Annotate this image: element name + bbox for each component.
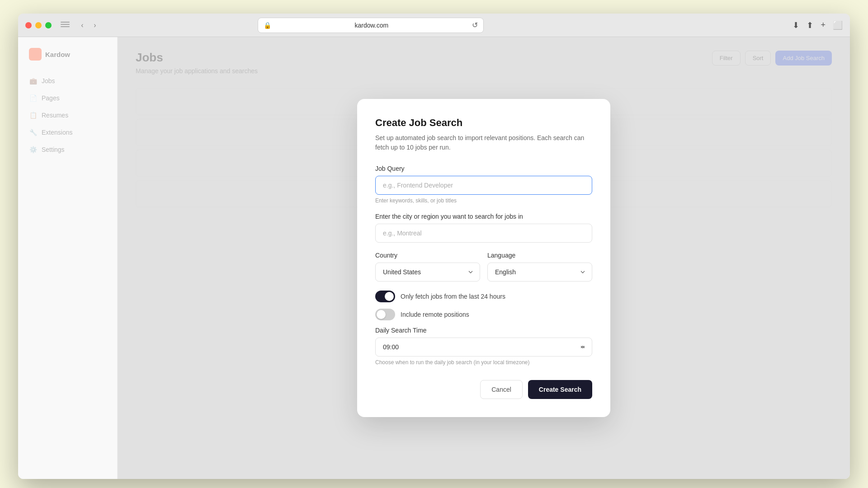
job-query-hint: Enter keywords, skills, or job titles (375, 197, 592, 204)
sidebar-toggle-icon[interactable] (61, 22, 70, 29)
daily-search-time-group: Daily Search Time 00:0001:0002:00 03:000… (375, 327, 592, 366)
minimize-button[interactable] (35, 22, 42, 28)
share-icon[interactable]: ⬆ (807, 20, 813, 30)
country-select[interactable]: United States Canada United Kingdom Aust… (375, 263, 480, 282)
jobs-icon: 💼 (29, 77, 37, 85)
toggle-24h[interactable] (375, 291, 395, 302)
address-bar[interactable]: 🔒 kardow.com ↺ (258, 18, 484, 33)
toggle-remote[interactable] (375, 309, 395, 320)
sidebar-item-pages-label: Pages (42, 94, 60, 102)
toolbar-right: ⬇ ⬆ + ⬜ (793, 20, 843, 30)
sidebar-item-jobs-label: Jobs (42, 77, 55, 84)
sidebar-item-extensions[interactable]: 🔧 Extensions (24, 125, 112, 140)
lock-icon: 🔒 (264, 22, 271, 29)
location-group: Enter the city or region you want to sea… (375, 213, 592, 243)
logo-icon (29, 48, 42, 61)
country-col: Country United States Canada United King… (375, 252, 480, 282)
country-language-row: Country United States Canada United King… (375, 252, 592, 282)
browser-window: ‹ › 🔒 kardow.com ↺ ⬇ ⬆ + ⬜ Kardow 💼 Jobs (18, 14, 850, 479)
sidebar-item-resumes[interactable]: 📋 Resumes (24, 108, 112, 123)
daily-search-time-select[interactable]: 00:0001:0002:00 03:0004:0005:00 06:0007:… (375, 338, 592, 357)
create-search-button[interactable]: Create Search (528, 380, 592, 399)
cancel-button[interactable]: Cancel (480, 380, 523, 399)
pages-icon: 📄 (29, 94, 37, 102)
forward-button[interactable]: › (90, 20, 100, 31)
maximize-button[interactable] (45, 22, 52, 28)
language-label: Language (487, 252, 592, 259)
create-job-search-modal: Create Job Search Set up automated job s… (357, 99, 610, 417)
resumes-icon: 📋 (29, 111, 37, 119)
modal-footer: Cancel Create Search (375, 380, 592, 399)
toggle-remote-label: Include remote positions (401, 311, 469, 318)
sidebar-logo: Kardow (24, 44, 112, 64)
sidebar-item-resumes-label: Resumes (42, 112, 68, 119)
toggle-24h-label: Only fetch jobs from the last 24 hours (401, 293, 505, 300)
sidebar-item-jobs[interactable]: 💼 Jobs (24, 73, 112, 89)
new-tab-icon[interactable]: + (821, 20, 826, 30)
daily-search-time-hint: Choose when to run the daily job search … (375, 359, 592, 366)
sidebar-item-settings-label: Settings (42, 146, 65, 153)
location-label: Enter the city or region you want to sea… (375, 213, 592, 220)
job-query-label: Job Query (375, 165, 592, 172)
traffic-lights (25, 22, 52, 28)
modal-description: Set up automated job search to import re… (375, 133, 592, 152)
job-query-input[interactable] (375, 176, 592, 195)
country-label: Country (375, 252, 480, 259)
sidebar: Kardow 💼 Jobs 📄 Pages 📋 Resumes 🔧 Extens… (18, 37, 118, 479)
sidebar-item-extensions-label: Extensions (42, 129, 72, 136)
download-icon[interactable]: ⬇ (793, 20, 799, 30)
modal-overlay: Create Job Search Set up automated job s… (118, 37, 850, 479)
main-content: Jobs Manage your job applications and se… (118, 37, 850, 479)
toggle-24h-row: Only fetch jobs from the last 24 hours (375, 291, 592, 302)
url-text: kardow.com (275, 22, 468, 29)
sidebar-item-pages[interactable]: 📄 Pages (24, 90, 112, 106)
browser-toolbar: ‹ › 🔒 kardow.com ↺ ⬇ ⬆ + ⬜ (18, 14, 850, 37)
daily-search-time-label: Daily Search Time (375, 327, 592, 334)
extensions-icon: 🔧 (29, 128, 37, 136)
toggle-remote-row: Include remote positions (375, 309, 592, 320)
close-button[interactable] (25, 22, 32, 28)
logo-text: Kardow (45, 51, 70, 58)
settings-icon: ⚙️ (29, 145, 37, 154)
tabs-icon[interactable]: ⬜ (833, 20, 843, 30)
location-input[interactable] (375, 224, 592, 243)
language-col: Language English French German Spanish P… (487, 252, 592, 282)
job-query-group: Job Query Enter keywords, skills, or job… (375, 165, 592, 204)
modal-title: Create Job Search (375, 117, 592, 129)
browser-content: Kardow 💼 Jobs 📄 Pages 📋 Resumes 🔧 Extens… (18, 37, 850, 479)
nav-arrows: ‹ › (77, 20, 100, 31)
sidebar-item-settings[interactable]: ⚙️ Settings (24, 142, 112, 157)
refresh-icon[interactable]: ↺ (472, 21, 478, 29)
back-button[interactable]: ‹ (77, 20, 88, 31)
language-select[interactable]: English French German Spanish Portuguese (487, 263, 592, 282)
